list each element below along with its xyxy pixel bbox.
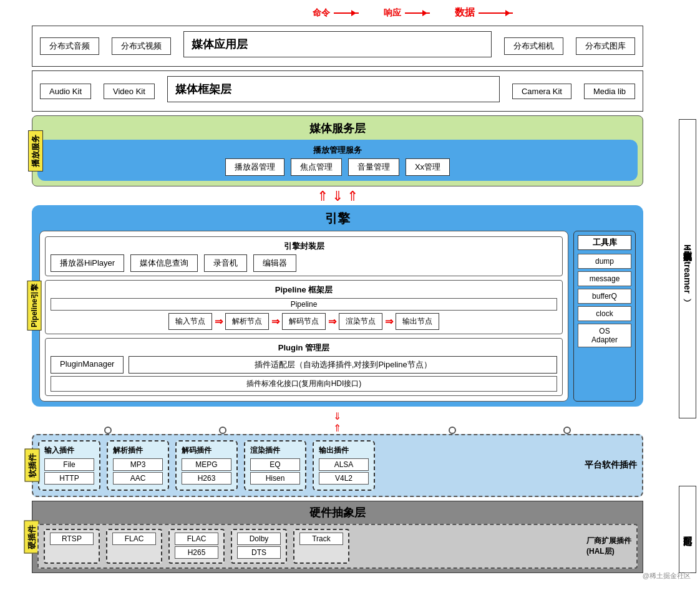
- connector-1: [104, 427, 112, 434]
- vendor-card-4: Dolby DTS: [231, 529, 287, 564]
- vendor-track: Track: [299, 533, 343, 545]
- media-app-layer: 分布式音频 分布式视频 媒体应用层 分布式相机 分布式图库: [32, 26, 643, 67]
- encap-items-row: 播放器HiPlayer 媒体信息查询 录音机 编辑器: [51, 254, 557, 272]
- xx-mgmt: Xx管理: [406, 158, 450, 176]
- pipeline-label: Pipeline: [51, 298, 557, 311]
- media-info: 媒体信息查询: [130, 254, 198, 272]
- blue-service-box: 播放管理服务 播放器管理 焦点管理 音量管理 Xx管理: [37, 140, 638, 181]
- plugin-manager: PluginManager: [51, 356, 124, 374]
- toolbox: 工具库 dump message bufferQ clock OS Adapte…: [573, 231, 636, 402]
- engine-inner: 引擎封装层 播放器HiPlayer 媒体信息查询 录音机 编辑器 Pipelin…: [39, 231, 636, 402]
- up-arrow-2: ⇑: [347, 190, 358, 203]
- hiplayer: 播放器HiPlayer: [51, 254, 124, 272]
- soft-plugins: 软插件 平台软件插件 输入插件 File HTTP 解析插件 MP3 AAC 解…: [32, 434, 643, 497]
- engine-main: 引擎封装层 播放器HiPlayer 媒体信息查询 录音机 编辑器 Pipelin…: [39, 231, 568, 402]
- input-http: HTTP: [44, 472, 94, 485]
- audio-kit: Audio Kit: [40, 84, 91, 99]
- hal-title: 硬件抽象层: [37, 505, 638, 520]
- vendor-card-3: FLAC H265: [168, 529, 225, 564]
- focus-mgmt: 焦点管理: [291, 158, 342, 176]
- vendor-flac2: FLAC: [175, 533, 218, 545]
- toolbox-bufferq: bufferQ: [578, 289, 631, 304]
- arrow-legend: 命令 响应 数据: [132, 6, 693, 19]
- parse-mp3: MP3: [113, 458, 163, 471]
- up-arrow-center: ⇑: [333, 422, 341, 434]
- encap-layer: 引擎封装层 播放器HiPlayer 媒体信息查询 录音机 编辑器: [45, 236, 563, 276]
- input-node: 输入节点: [168, 313, 212, 330]
- parse-plugin-title: 解析插件: [113, 445, 163, 456]
- service-items-row: 播放器管理 焦点管理 音量管理 Xx管理: [45, 158, 630, 176]
- connector-2: [219, 427, 226, 434]
- toolbox-dump: dump: [578, 254, 631, 269]
- toolbox-os-adapter: OS Adapter: [578, 324, 631, 347]
- vendor-row: RTSP FLAC FLAC H265 Dolby DTS Track: [44, 529, 631, 564]
- output-plugin-card: 输出插件 ALSA V4L2: [313, 440, 375, 491]
- down-arrow-center: ⇓: [333, 410, 341, 422]
- dist-gallery: 分布式图库: [576, 37, 635, 55]
- dist-audio: 分布式音频: [40, 37, 99, 55]
- vendor-card-2: FLAC: [106, 529, 162, 564]
- pipeline-nodes: 输入节点 ⇒ 解析节点 ⇒ 解码节点 ⇒ 渲染节点 ⇒ 输出节点: [51, 313, 557, 330]
- vendor-flac: FLAC: [112, 533, 156, 545]
- arrow-3: ⇒: [328, 316, 336, 327]
- input-plugin-title: 输入插件: [44, 445, 94, 456]
- vendor-card-1: RTSP: [44, 529, 100, 564]
- render-eq: EQ: [250, 458, 300, 471]
- pipeline-left-label: Pipeline引擎: [27, 281, 42, 331]
- connector-4: [563, 427, 571, 434]
- decode-h263: H263: [182, 472, 231, 485]
- vendor-adapt-label: 厂商适配: [679, 486, 696, 573]
- vendor-dts: DTS: [237, 546, 281, 559]
- media-framework-title: 媒体框架层: [167, 76, 500, 102]
- media-service-layer: 播放服务 媒体服务层 播放管理服务 播放器管理 焦点管理 音量管理 Xx管理: [32, 115, 643, 186]
- output-v4l2: V4L2: [319, 472, 369, 485]
- hal-left-label: 硬插件: [24, 520, 39, 553]
- vendor-plugins: 厂商扩展插件 (HAL层) RTSP FLAC FLAC H265 Dolby …: [37, 524, 638, 569]
- output-plugin-title: 输出插件: [319, 445, 369, 456]
- toolbox-clock: clock: [578, 306, 631, 321]
- hongmeng-label: 鸿蒙框架（Hi Streamer）: [679, 119, 696, 418]
- whole-wrapper: 分布式音频 分布式视频 媒体应用层 分布式相机 分布式图库 Audio Kit …: [32, 26, 643, 573]
- parse-node: 解析节点: [225, 313, 269, 330]
- parse-aac: AAC: [113, 472, 163, 485]
- input-file: File: [44, 458, 94, 471]
- decode-plugin-title: 解码插件: [182, 445, 231, 456]
- vendor-dolby: Dolby: [237, 533, 281, 545]
- response-arrow-line: [405, 12, 430, 14]
- soft-plugin-label: 软插件: [25, 449, 40, 482]
- center-arrows: ⇓ ⇑: [333, 410, 341, 434]
- vendor-rtsp: RTSP: [50, 533, 94, 545]
- player-mgmt: 播放器管理: [225, 158, 284, 176]
- plugin-adapter: 插件适配层（自动选择插件,对接到Pipeline节点）: [129, 356, 557, 374]
- data-arrow: 数据: [455, 6, 513, 19]
- render-plugin-card: 渲染插件 EQ Hisen: [244, 440, 306, 491]
- watermark: @稀土掘金社区: [643, 571, 691, 581]
- engine-title: 引擎: [39, 210, 636, 227]
- camera-kit: Camera Kit: [512, 84, 571, 99]
- decode-node: 解码节点: [282, 313, 326, 330]
- vendor-card-5: Track: [293, 529, 349, 564]
- response-label: 响应: [384, 7, 401, 19]
- dist-camera: 分布式相机: [504, 37, 563, 55]
- plugin-interface: 插件标准化接口(复用南向HDI接口): [51, 376, 557, 392]
- data-label: 数据: [455, 6, 475, 19]
- media-app-title: 媒体应用层: [183, 31, 492, 57]
- command-arrow-line: [334, 12, 359, 14]
- dist-video: 分布式视频: [112, 37, 171, 55]
- response-arrow: 响应: [384, 6, 430, 19]
- encap-title: 引擎封装层: [51, 241, 557, 252]
- down-arrow-1: ⇓: [332, 190, 343, 203]
- command-label: 命令: [313, 7, 330, 19]
- plugins-row: 输入插件 File HTTP 解析插件 MP3 AAC 解码插件 MEPG H2…: [38, 440, 637, 491]
- output-alsa: ALSA: [319, 458, 369, 471]
- connectors-top: ⇓ ⇑: [32, 410, 643, 434]
- video-kit: Video Kit: [104, 84, 155, 99]
- up-arrow-1: ⇑: [317, 190, 328, 203]
- decode-plugin-card: 解码插件 MEPG H263: [175, 440, 238, 491]
- parse-plugin-card: 解析插件 MP3 AAC: [107, 440, 169, 491]
- input-plugin-card: 输入插件 File HTTP: [38, 440, 100, 491]
- plugin-title: Plugin 管理层: [51, 342, 557, 354]
- recorder: 录音机: [204, 254, 247, 272]
- pipeline-framework: Pipeline 框架层 Pipeline 输入节点 ⇒ 解析节点 ⇒ 解码节点…: [45, 280, 563, 334]
- volume-mgmt: 音量管理: [348, 158, 399, 176]
